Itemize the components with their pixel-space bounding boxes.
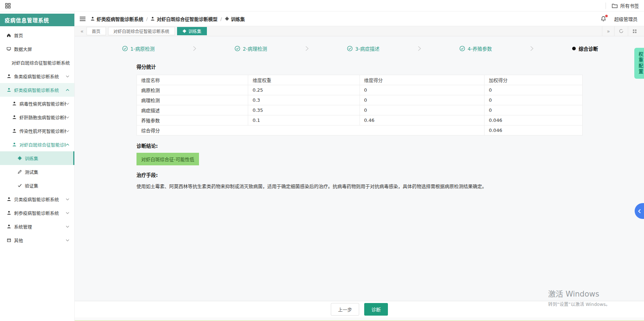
table-row-total: 综合得分 0.046 — [137, 125, 583, 136]
breadcrumb: 虾类疫病智能诊断系统 / 对虾白斑综合征智能诊断模型 / 训练集 — [91, 15, 245, 22]
layout-grid-icon[interactable] — [628, 26, 641, 36]
all-bookmarks-button[interactable]: 所有书签 — [612, 2, 639, 9]
sidebar-item-data-screen[interactable]: 数据大屏 — [0, 42, 74, 56]
apps-grid-icon[interactable] — [5, 3, 11, 9]
chevron-down-icon — [66, 102, 69, 105]
table-row: 养殖参数 0.1 0.46 0.046 — [137, 115, 583, 125]
step-arrow-icon — [530, 46, 534, 51]
window-bottom-edge — [75, 317, 644, 321]
step-dot-icon — [572, 46, 576, 51]
breadcrumb-separator: / — [146, 16, 148, 22]
sidebar-item-home[interactable]: 首页 — [0, 28, 74, 42]
step-arrow-icon — [193, 46, 196, 51]
screen-icon — [6, 47, 11, 51]
app-window: 所有书签 疫病信息管理系统 首页 数据大屏 对虾白斑综合征智能诊断系统 — [0, 0, 644, 321]
user-icon — [6, 224, 11, 229]
breadcrumb-item[interactable]: 训练集 — [225, 15, 245, 22]
sidebar-item-imn-model[interactable]: 传染性肌坏死智能诊断模型 — [0, 124, 74, 138]
score-table: 维度名称 维度权重 维度得分 加权得分 病原检测 0.25 0 — [136, 75, 583, 136]
all-bookmarks-label: 所有书签 — [620, 2, 639, 9]
menu-collapse-icon[interactable] — [80, 17, 85, 21]
chevron-down-icon — [66, 116, 69, 119]
edit-icon — [17, 170, 22, 174]
user-icon — [150, 17, 155, 21]
sidebar-item-training-set[interactable]: 训练集 — [0, 151, 74, 165]
home-icon — [6, 33, 11, 37]
user-icon — [6, 211, 11, 215]
sidebar-item-shellfish-system[interactable]: 贝类疫病智能诊断系统 — [0, 192, 74, 206]
user-icon — [12, 142, 17, 147]
sidebar-item-wssv-model[interactable]: 对虾白斑综合征智能诊断模型 — [0, 138, 74, 151]
step-symptom-description[interactable]: 3-病症描述 — [347, 45, 379, 52]
dataset-icon — [182, 29, 186, 33]
tab-training-set[interactable]: 训练集 — [177, 27, 207, 35]
tab-home[interactable]: 首页 — [87, 27, 106, 35]
sidebar-item-shrimp-system[interactable]: 虾类疫病智能诊断系统 — [0, 83, 74, 97]
step-arrow-icon — [305, 46, 309, 51]
diagnosis-conclusion-label: 诊断结论: — [136, 142, 583, 149]
column-header: 维度名称 — [137, 75, 248, 85]
sidebar-item-viral-model[interactable]: 病毒性偷死病智能诊断模型 — [0, 97, 74, 110]
tab-bar: « 首页 对虾白斑综合征智能诊断系统 训练集 » — [75, 26, 644, 36]
sidebar-item-system-management[interactable]: 系统管理 — [0, 220, 74, 233]
user-icon — [12, 101, 17, 106]
chevron-up-icon — [66, 89, 69, 91]
sidebar-item-test-set[interactable]: 测试集 — [0, 165, 74, 179]
table-row: 病原检测 0.25 0 0 — [137, 85, 583, 95]
previous-step-button[interactable]: 上一步 — [331, 303, 359, 316]
weight-config-button[interactable]: 权重配置 — [634, 48, 644, 79]
table-row: 病理检测 0.3 0 0 — [137, 95, 583, 105]
divider — [606, 3, 606, 9]
dataset-icon — [225, 17, 229, 21]
sidebar: 疫病信息管理系统 首页 数据大屏 对虾白斑综合征智能诊断系统 鱼类疫病智能诊断系… — [0, 12, 75, 321]
user-icon — [6, 197, 11, 201]
sidebar-item-ehp-model[interactable]: 虾肝肠胞虫病智能诊断模型 — [0, 110, 74, 124]
user-icon — [12, 129, 17, 133]
current-user[interactable]: 超级管理员 — [614, 15, 638, 22]
notifications-button[interactable] — [601, 16, 606, 22]
sidebar-item-other[interactable]: 其他 — [0, 233, 74, 247]
diagnose-button[interactable]: 诊断 — [364, 303, 388, 316]
tabs-scroll-left-icon[interactable]: « — [78, 28, 87, 34]
sidebar-item-sea-cucumber-system[interactable]: 刺参疫病智能诊断系统 — [0, 206, 74, 220]
treatment-label: 治疗手段: — [136, 171, 583, 178]
app-header: 虾类疫病智能诊断系统 / 对虾白斑综合征智能诊断模型 / 训练集 — [75, 12, 644, 26]
sidebar-item-wssv-system[interactable]: 对虾白斑综合征智能诊断系统 — [0, 56, 74, 69]
column-header: 加权得分 — [484, 75, 582, 85]
chevron-down-icon — [66, 225, 69, 228]
app-title: 疫病信息管理系统 — [0, 14, 74, 26]
notification-badge — [605, 15, 608, 17]
breadcrumb-item[interactable]: 虾类疫病智能诊断系统 — [91, 15, 143, 22]
score-section-title: 得分统计 — [136, 63, 583, 70]
column-header: 维度得分 — [360, 75, 484, 85]
chevron-down-icon — [66, 198, 69, 201]
dataset-icon — [17, 156, 22, 160]
sidebar-item-fish-system[interactable]: 鱼类疫病智能诊断系统 — [0, 69, 74, 83]
chevron-down-icon — [66, 130, 69, 132]
chevron-down-icon — [66, 239, 69, 242]
chevron-down-icon — [66, 212, 69, 214]
step-comprehensive-diagnosis[interactable]: 综合诊断 — [572, 45, 598, 52]
tabs-scroll-right-icon[interactable]: » — [602, 26, 614, 36]
refresh-icon[interactable] — [614, 26, 628, 36]
step-pathology-detection[interactable]: 2-病理检测 — [235, 45, 267, 52]
breadcrumb-separator: / — [220, 16, 222, 22]
user-icon — [12, 115, 17, 119]
step-check-icon — [347, 46, 353, 51]
step-check-icon — [122, 46, 128, 51]
breadcrumb-item[interactable]: 对虾白斑综合征智能诊断模型 — [150, 15, 217, 22]
step-farming-parameters[interactable]: 4-养殖参数 — [459, 45, 492, 52]
table-row: 病症描述 0.35 0 0 — [137, 105, 583, 115]
step-check-icon — [459, 46, 465, 51]
user-icon — [91, 17, 95, 21]
tab-wssv-system[interactable]: 对虾白斑综合征智能诊断系统 — [108, 27, 175, 35]
treatment-text: 使用如土霉素、阿莫西林等抗生素类药物来抑制或消灭致病菌，适用于确定细菌感染后的治… — [136, 183, 583, 191]
chevron-left-icon — [638, 209, 641, 214]
table-header-row: 维度名称 维度权重 维度得分 加权得分 — [137, 75, 583, 85]
sidebar-item-validation-set[interactable]: 验证集 — [0, 179, 74, 192]
column-header: 维度权重 — [248, 75, 360, 85]
main-content: 1-病原检测 2-病理检测 3-病症描述 4-养殖参 — [75, 36, 644, 321]
step-arrow-icon — [418, 46, 421, 51]
step-pathogen-detection[interactable]: 1-病原检测 — [122, 45, 154, 52]
user-icon — [6, 74, 11, 78]
